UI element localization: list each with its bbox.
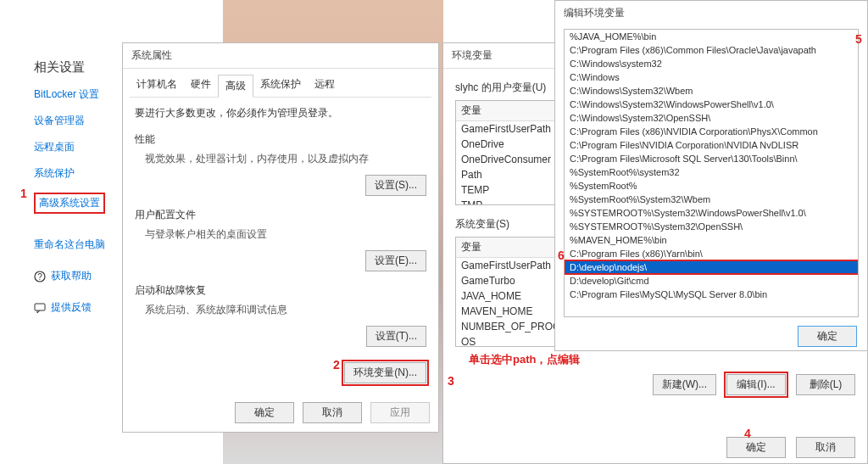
related-settings-panel: 相关设置 BitLocker 设置 设备管理器 远程桌面 系统保护 高级系统设置… [34, 59, 105, 325]
related-settings-title: 相关设置 [34, 59, 105, 75]
tab-hardware[interactable]: 硬件 [184, 74, 218, 97]
path-entries-list[interactable]: %JAVA_HOME%\binC:\Program Files (x86)\Co… [564, 29, 859, 317]
annotation-2: 2 [333, 358, 340, 372]
profile-title: 用户配置文件 [135, 208, 426, 222]
path-entry[interactable]: C:\Program Files (x86)\Yarn\bin\ [565, 247, 858, 260]
path-entry[interactable]: C:\Program Files (x86)\NVIDIA Corporatio… [565, 125, 858, 138]
tab-system-protection[interactable]: 系统保护 [253, 74, 308, 97]
sysprop-apply-button[interactable]: 应用 [370, 402, 430, 423]
link-advanced-system-settings[interactable]: 高级系统设置 [34, 193, 105, 214]
annotation-1: 1 [20, 187, 27, 200]
link-feedback[interactable]: 提供反馈 [34, 300, 105, 315]
path-entry[interactable]: C:\Windows\System32\WindowsPowerShell\v1… [565, 98, 858, 111]
sysprop-tabs: 计算机名 硬件 高级 系统保护 远程 [130, 74, 431, 98]
path-entry[interactable]: D:\develop\nodejs\ [565, 260, 858, 274]
envvar-cancel-button[interactable]: 取消 [796, 437, 855, 458]
envvar-ok-button[interactable]: 确定 [726, 437, 786, 458]
link-device-manager[interactable]: 设备管理器 [34, 114, 105, 128]
startup-title: 启动和故障恢复 [135, 283, 426, 298]
sysprop-ok-button[interactable]: 确定 [235, 402, 294, 423]
editpath-ok-button[interactable]: 确定 [798, 326, 857, 347]
profile-desc: 与登录帐户相关的桌面设置 [145, 227, 426, 242]
perf-settings-button[interactable]: 设置(S)... [365, 175, 426, 196]
tab-computer-name[interactable]: 计算机名 [130, 74, 184, 97]
path-entry[interactable]: %SystemRoot%\System32\Wbem [565, 193, 858, 206]
path-entry[interactable]: %JAVA_HOME%\bin [565, 30, 858, 43]
path-entry[interactable]: C:\Program Files\Microsoft SQL Server\13… [565, 152, 858, 165]
path-entry[interactable]: %SystemRoot% [565, 179, 858, 193]
link-bitlocker[interactable]: BitLocker 设置 [34, 87, 105, 102]
link-get-help[interactable]: ? 获取帮助 [34, 269, 105, 283]
path-entry[interactable]: %SYSTEMROOT%\System32\OpenSSH\ [565, 220, 858, 233]
path-entry[interactable]: C:\Windows [565, 70, 858, 84]
system-properties-dialog: 系统属性 计算机名 硬件 高级 系统保护 远程 要进行大多数更改，你必须作为管理… [122, 42, 439, 433]
path-entry[interactable]: %SystemRoot%\system32 [565, 165, 858, 179]
tab-advanced[interactable]: 高级 [218, 75, 253, 98]
perf-desc: 视觉效果，处理器计划，内存使用，以及虚拟内存 [145, 152, 426, 166]
annotation-4: 4 [744, 427, 751, 440]
startup-desc: 系统启动、系统故障和调试信息 [145, 303, 426, 317]
path-entry[interactable]: D:\develop\Git\cmd [565, 274, 858, 288]
link-system-protection[interactable]: 系统保护 [34, 166, 105, 181]
path-entry[interactable]: C:\Windows\System32\OpenSSH\ [565, 111, 858, 125]
delete-var-button[interactable]: 删除(L) [796, 374, 855, 395]
path-entry[interactable]: %SYSTEMROOT%\System32\WindowsPowerShell\… [565, 206, 858, 220]
path-entry[interactable]: C:\Windows\system32 [565, 57, 858, 70]
perf-title: 性能 [135, 132, 426, 147]
sysprop-cancel-button[interactable]: 取消 [303, 402, 362, 423]
link-remote-desktop[interactable]: 远程桌面 [34, 140, 105, 154]
edit-path-dialog: 编辑环境变量 %JAVA_HOME%\binC:\Program Files (… [554, 0, 868, 351]
svg-text:?: ? [37, 272, 42, 282]
sysprop-title: 系统属性 [123, 43, 438, 69]
env-variables-button[interactable]: 环境变量(N)... [344, 362, 426, 383]
path-entry[interactable]: C:\Windows\System32\Wbem [565, 84, 858, 98]
admin-note: 要进行大多数更改，你必须作为管理员登录。 [135, 106, 426, 120]
startup-settings-button[interactable]: 设置(T)... [366, 326, 426, 347]
new-var-button[interactable]: 新建(W)... [653, 374, 716, 395]
link-rename-pc[interactable]: 重命名这台电脑 [34, 238, 105, 252]
path-entry[interactable]: C:\Program Files\MySQL\MySQL Server 8.0\… [565, 288, 858, 301]
svg-rect-2 [35, 304, 45, 310]
path-entry[interactable]: C:\Program Files (x86)\Common Files\Orac… [565, 43, 858, 57]
editpath-title: 编辑环境变量 [555, 1, 867, 25]
help-icon: ? [34, 271, 46, 282]
instruction-text: 单击选中path，点编辑 [469, 352, 867, 367]
annotation-3: 3 [448, 374, 454, 388]
feedback-icon [34, 302, 46, 314]
path-entry[interactable]: C:\Program Files\NVIDIA Corporation\NVID… [565, 138, 858, 152]
annotation-5: 5 [855, 32, 862, 46]
edit-var-button[interactable]: 编辑(I)... [726, 374, 786, 395]
path-entry[interactable]: %MAVEN_HOME%\bin [565, 233, 858, 247]
tab-remote[interactable]: 远程 [308, 74, 342, 97]
profile-settings-button[interactable]: 设置(E)... [365, 250, 426, 271]
annotation-6: 6 [558, 249, 565, 262]
